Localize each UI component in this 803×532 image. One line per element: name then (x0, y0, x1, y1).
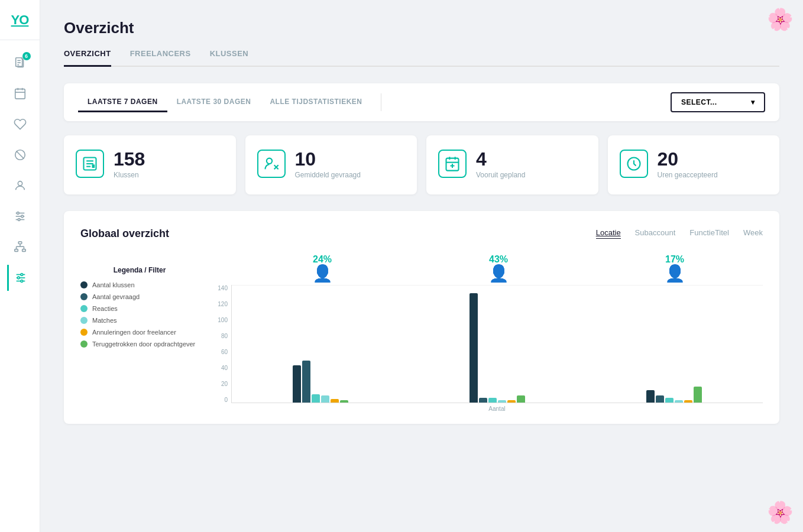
clock-icon (626, 155, 642, 172)
stat-icon-list (76, 150, 104, 178)
person-icon (14, 179, 27, 192)
bar-0-0 (293, 365, 301, 403)
overview-filter-week[interactable]: Week (743, 228, 763, 239)
svg-rect-34 (92, 164, 95, 168)
legend-dot-3 (80, 317, 88, 324)
svg-rect-0 (15, 58, 22, 67)
logo-text: YO (11, 12, 29, 28)
svg-point-10 (18, 181, 22, 186)
bar-1-3 (498, 400, 506, 403)
sidebar-item-documents[interactable]: 6 (7, 50, 33, 76)
stat-label-gevraagd: Gemiddeld gevraagd (295, 171, 361, 180)
calendar-arrow-icon (444, 155, 461, 172)
svg-point-15 (21, 215, 23, 218)
main-content: Overzicht OVERZICHT FREELANCERS KLUSSEN … (40, 0, 803, 532)
y-label-40: 40 (199, 365, 228, 371)
filter-divider (381, 93, 381, 111)
pct-0: 24% (313, 254, 332, 265)
pct-1: 43% (489, 254, 508, 265)
stat-card-klussen: 158 Klussen (64, 135, 236, 194)
stat-card-uren: 20 Uren geaccepteerd (608, 135, 780, 194)
overview-filter-subaccount[interactable]: Subaccount (635, 228, 676, 239)
list-icon (82, 155, 98, 172)
legend-dot-2 (80, 305, 88, 312)
bar-0-4 (331, 399, 339, 403)
chart-area: Legenda / Filter Aantal klussen Aantal g… (80, 254, 763, 424)
bar-group-2 (586, 285, 763, 403)
bar-group-0 (232, 285, 409, 403)
pct-2: 17% (665, 254, 684, 265)
y-label-100: 100 (199, 317, 228, 323)
legend-label-4: Annuleringen door freelancer (92, 329, 176, 336)
bar-chart-container: 24% 👤 43% 👤 17% 👤 0 (199, 254, 763, 424)
legend-item-5: Teruggetrokken door opdrachtgever (80, 340, 199, 348)
legend-item-4: Annuleringen door freelancer (80, 329, 199, 336)
chart-legend: Legenda / Filter Aantal klussen Aantal g… (80, 254, 199, 424)
bar-1-5 (517, 395, 525, 403)
pct-col-2: 17% 👤 (587, 254, 763, 283)
overview-header: Globaal overzicht Locatie Subaccount Fun… (80, 228, 763, 240)
page-title: Overzicht (64, 19, 779, 37)
bar-2-1 (656, 395, 664, 403)
overview-filters: Locatie Subaccount FunctieTitel Week (596, 228, 763, 239)
svg-rect-4 (15, 89, 25, 99)
heart-icon (14, 118, 27, 131)
settings-sliders-icon (14, 271, 27, 284)
stat-card-gevraagd: 10 Gemiddeld gevraagd (245, 135, 417, 194)
bar-1-4 (507, 400, 516, 403)
tab-freelancers[interactable]: FREELANCERS (130, 49, 191, 67)
y-label-80: 80 (199, 333, 228, 339)
stat-number-gepland: 4 (476, 150, 525, 168)
sidebar-item-org[interactable] (7, 234, 33, 260)
sidebar-item-profile[interactable] (7, 173, 33, 199)
stat-info-klussen: 158 Klussen (114, 150, 145, 180)
svg-point-27 (21, 274, 23, 276)
overview-title: Globaal overzicht (80, 228, 169, 240)
legend-dot-5 (80, 340, 88, 348)
filter-30days[interactable]: LAATSTE 30 DAGEN (167, 93, 261, 112)
tab-overzicht[interactable]: OVERZICHT (64, 49, 111, 67)
filter-all[interactable]: ALLE TIJDSTATISTIEKEN (260, 93, 371, 112)
legend-dot-1 (80, 293, 88, 300)
legend-item-3: Matches (80, 317, 199, 324)
person-x-icon (263, 155, 280, 172)
stat-info-gepland: 4 Vooruit gepland (476, 150, 525, 180)
y-label-120: 120 (199, 301, 228, 307)
bar-2-3 (675, 400, 683, 403)
filter-7days[interactable]: LAATSTE 7 DAGEN (78, 93, 167, 112)
logo[interactable]: YO (0, 0, 40, 40)
bar-0-3 (321, 395, 329, 403)
chart-with-yaxis: 0 20 40 60 80 100 120 140 (199, 285, 763, 403)
legend-label-1: Aantal gevraagd (92, 293, 140, 300)
sidebar-item-blocked[interactable] (7, 142, 33, 168)
svg-rect-19 (22, 249, 25, 252)
overview-filter-locatie[interactable]: Locatie (596, 228, 621, 239)
bar-0-2 (312, 394, 320, 403)
tab-klussen[interactable]: KLUSSEN (210, 49, 249, 67)
sidebar-item-favorites[interactable] (7, 111, 33, 137)
figure-0: 👤 (312, 265, 333, 283)
svg-rect-17 (18, 242, 22, 244)
pct-col-0: 24% 👤 (234, 254, 410, 283)
sidebar-item-filters[interactable] (7, 203, 33, 229)
stat-label-uren: Uren geaccepteerd (658, 171, 718, 180)
y-label-20: 20 (199, 381, 228, 387)
svg-rect-18 (14, 249, 18, 252)
svg-point-35 (266, 158, 271, 164)
bar-1-1 (479, 398, 487, 403)
legend-label-3: Matches (92, 317, 117, 324)
figure-2: 👤 (665, 265, 685, 283)
stat-info-uren: 20 Uren geaccepteerd (658, 150, 718, 180)
x-axis-label-row: Aantal (199, 406, 763, 412)
bar-group-1 (409, 285, 585, 403)
filter-select[interactable]: SELECT... ▾ (671, 92, 765, 112)
bar-2-5 (694, 387, 702, 403)
bar-0-5 (340, 400, 348, 403)
sidebar-item-settings[interactable] (7, 265, 33, 291)
overview-filter-functietitel[interactable]: FunctieTitel (689, 228, 729, 239)
tabs: OVERZICHT FREELANCERS KLUSSEN (64, 49, 779, 67)
stat-icon-person-x (257, 150, 286, 178)
filter-bar: LAATSTE 7 DAGEN LAATSTE 30 DAGEN ALLE TI… (64, 83, 779, 121)
stat-info-gevraagd: 10 Gemiddeld gevraagd (295, 150, 361, 180)
sidebar-item-calendar[interactable] (7, 80, 33, 106)
